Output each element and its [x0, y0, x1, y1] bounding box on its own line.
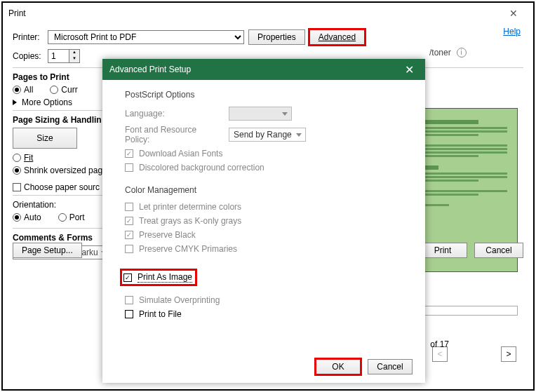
printer-select[interactable]: Microsoft Print to PDF	[48, 30, 244, 44]
radio-portrait[interactable]: Port	[58, 212, 85, 222]
copies-label: Copies:	[13, 51, 43, 61]
discolored-checkbox	[125, 163, 133, 172]
close-icon[interactable]: ✕	[500, 8, 528, 19]
dialog-ok-button[interactable]: OK	[316, 359, 361, 374]
preserve-black-checkbox	[125, 231, 133, 239]
window-title: Print	[8, 8, 500, 18]
properties-button[interactable]: Properties	[248, 29, 305, 45]
printer-label: Printer:	[13, 32, 43, 42]
print-to-file-checkbox[interactable]	[125, 310, 133, 318]
font-policy-select[interactable]: Send by Range	[229, 128, 306, 142]
size-button[interactable]: Size	[13, 128, 77, 149]
radio-auto[interactable]: Auto	[13, 212, 41, 222]
title-bar: Print ✕	[3, 3, 533, 24]
spinner-down-icon[interactable]: ▼	[69, 56, 79, 62]
print-as-image-row[interactable]: Print As Image	[122, 271, 195, 284]
advanced-print-setup-dialog: Advanced Print Setup ✕ PostScript Option…	[102, 59, 425, 383]
dialog-cancel-button[interactable]: Cancel	[368, 359, 413, 374]
language-label: Language:	[125, 109, 223, 119]
download-asian-checkbox	[125, 149, 133, 158]
preserve-cmyk-checkbox	[125, 245, 133, 253]
page-setup-button[interactable]: Page Setup...	[13, 243, 82, 258]
print-as-image-checkbox[interactable]	[123, 273, 132, 282]
treat-grays-checkbox	[125, 217, 133, 225]
dialog-title: Advanced Print Setup	[109, 65, 191, 74]
font-policy-label: Font and Resource Policy:	[125, 125, 223, 144]
radio-fit[interactable]: Fit	[13, 153, 33, 163]
language-select	[229, 107, 292, 121]
radio-all[interactable]: All	[13, 85, 33, 95]
dialog-close-icon[interactable]: ✕	[401, 63, 418, 76]
triangle-right-icon	[13, 100, 17, 105]
advanced-button[interactable]: Advanced	[309, 29, 365, 45]
postscript-heading: PostScript Options	[125, 90, 407, 100]
spinner-up-icon[interactable]: ▲	[69, 50, 79, 56]
print-window: Print ✕ Help Printer: Microsoft Print to…	[1, 1, 535, 391]
ink-toner-partial: /toner i	[429, 48, 467, 58]
simulate-overprinting-checkbox	[125, 296, 133, 304]
print-button[interactable]: Print	[418, 243, 467, 258]
preview-next-button[interactable]: >	[501, 346, 516, 362]
page-of-label: of 17	[430, 339, 449, 349]
let-printer-checkbox	[125, 203, 133, 211]
info-icon[interactable]: i	[457, 48, 467, 58]
cancel-button[interactable]: Cancel	[474, 243, 523, 258]
color-mgmt-heading: Color Management	[125, 185, 407, 195]
copies-spinner[interactable]: ▲▼	[48, 49, 80, 63]
radio-current[interactable]: Curr	[50, 85, 77, 95]
dialog-title-bar: Advanced Print Setup ✕	[102, 59, 425, 80]
copies-input[interactable]	[48, 49, 69, 63]
help-link[interactable]: Help	[503, 27, 521, 36]
